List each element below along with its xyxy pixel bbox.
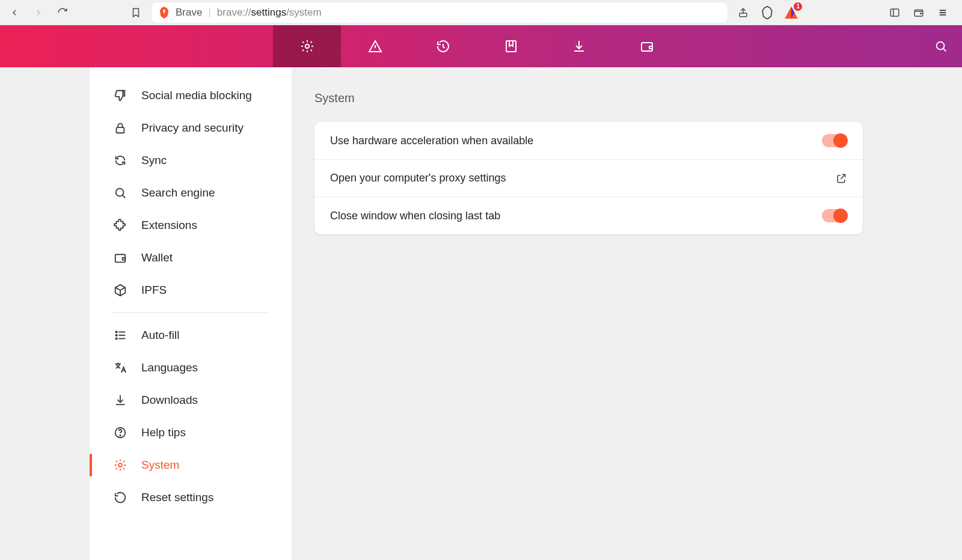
app-menu-button[interactable] — [934, 4, 951, 21]
lock-icon — [112, 120, 128, 136]
tab-settings[interactable] — [273, 25, 341, 67]
settings-tabstrip — [0, 25, 962, 67]
form-icon — [112, 327, 128, 343]
gear-icon — [112, 457, 128, 473]
browser-toolbar: Brave | brave://settings/system 1 — [0, 0, 962, 25]
sidebar-toggle-button[interactable] — [886, 4, 903, 21]
address-url: brave://settings/system — [217, 7, 322, 19]
puzzle-icon — [112, 218, 128, 233]
wallet-toolbar-button[interactable] — [910, 4, 927, 21]
reload-button[interactable] — [54, 4, 71, 21]
svg-point-9 — [116, 189, 124, 196]
thumbs-down-icon — [112, 88, 128, 103]
sync-icon — [112, 153, 128, 168]
brave-rewards-button[interactable]: 1 — [783, 4, 800, 21]
hardware-acceleration-toggle[interactable] — [822, 134, 847, 147]
sidebar-item-autofill[interactable]: Auto-fill — [90, 319, 292, 352]
tab-downloads[interactable] — [545, 25, 613, 67]
sidebar-item-label: Downloads — [141, 393, 198, 408]
sidebar-item-system[interactable]: System — [90, 449, 292, 481]
sidebar-item-downloads[interactable]: Downloads — [90, 384, 292, 416]
search-icon — [934, 40, 948, 53]
wallet-icon — [112, 250, 128, 266]
sidebar-item-social-media-blocking[interactable]: Social media blocking — [90, 79, 292, 112]
page-title: System — [314, 91, 962, 105]
sidebar-item-languages[interactable]: Languages — [90, 352, 292, 384]
reset-icon — [112, 490, 128, 505]
tab-wallet[interactable] — [613, 25, 681, 67]
address-bar[interactable]: Brave | brave://settings/system — [152, 2, 728, 23]
svg-point-3 — [921, 13, 922, 14]
bookmark-manager-icon — [504, 39, 518, 53]
svg-point-4 — [305, 44, 308, 48]
content-area: Social media blocking Privacy and securi… — [0, 67, 962, 560]
share-button[interactable] — [735, 4, 752, 21]
translate-icon — [112, 360, 128, 376]
external-link-icon — [835, 172, 847, 184]
sidebar-item-sync[interactable]: Sync — [90, 144, 292, 177]
close-window-toggle[interactable] — [822, 209, 847, 222]
sidebar-item-reset-settings[interactable]: Reset settings — [90, 481, 292, 514]
sidebar-item-label: Auto-fill — [141, 328, 179, 343]
svg-rect-5 — [506, 41, 516, 52]
svg-point-13 — [115, 338, 117, 339]
svg-rect-10 — [115, 255, 126, 263]
brave-icon — [159, 7, 170, 19]
settings-search-button[interactable] — [920, 25, 962, 67]
sidebar-item-label: Wallet — [141, 251, 173, 266]
setting-row-hardware-acceleration: Use hardware acceleration when available — [314, 122, 863, 160]
svg-rect-1 — [890, 9, 899, 16]
warning-icon — [368, 39, 382, 53]
svg-point-15 — [120, 435, 120, 436]
svg-point-7 — [937, 42, 945, 50]
address-bar-label: Brave — [176, 7, 202, 19]
sidebar-item-ipfs[interactable]: IPFS — [90, 274, 292, 306]
system-settings-card: Use hardware acceleration when available… — [314, 122, 863, 234]
sidebar-item-label: Languages — [141, 361, 198, 376]
back-button[interactable] — [6, 4, 23, 21]
gear-icon — [300, 39, 314, 53]
main-panel: System Use hardware acceleration when av… — [292, 67, 962, 560]
sidebar-area: Social media blocking Privacy and securi… — [0, 67, 292, 560]
history-icon — [436, 39, 450, 53]
tab-history[interactable] — [409, 25, 477, 67]
sidebar-divider — [112, 312, 269, 313]
search-icon — [112, 185, 128, 201]
sidebar-item-label: System — [141, 458, 179, 473]
download-icon — [572, 39, 586, 53]
rewards-badge: 1 — [794, 2, 802, 11]
sidebar-item-wallet[interactable]: Wallet — [90, 242, 292, 274]
setting-row-proxy-settings[interactable]: Open your computer's proxy settings — [314, 160, 863, 197]
setting-label: Close window when closing last tab — [330, 210, 500, 222]
setting-label: Open your computer's proxy settings — [330, 172, 506, 184]
sidebar-item-label: Help tips — [141, 425, 186, 440]
sidebar-item-privacy-security[interactable]: Privacy and security — [90, 112, 292, 144]
svg-point-12 — [115, 335, 117, 336]
sidebar-item-label: Social media blocking — [141, 88, 252, 103]
forward-button[interactable] — [30, 4, 47, 21]
setting-label: Use hardware acceleration when available — [330, 135, 533, 147]
sidebar-item-label: Reset settings — [141, 490, 213, 505]
settings-sidebar: Social media blocking Privacy and securi… — [90, 67, 292, 560]
wallet-icon — [640, 39, 654, 53]
svg-point-11 — [115, 331, 117, 332]
tab-bookmarks[interactable] — [477, 25, 545, 67]
sidebar-item-search-engine[interactable]: Search engine — [90, 177, 292, 209]
brave-shields-button[interactable] — [759, 4, 776, 21]
tab-shields[interactable] — [341, 25, 409, 67]
sidebar-item-help-tips[interactable]: Help tips — [90, 416, 292, 449]
sidebar-item-label: Search engine — [141, 186, 215, 201]
sidebar-item-label: Privacy and security — [141, 121, 244, 136]
svg-point-16 — [118, 463, 122, 467]
sidebar-item-label: Extensions — [141, 218, 197, 233]
sidebar-item-extensions[interactable]: Extensions — [90, 209, 292, 242]
sidebar-item-label: Sync — [141, 153, 167, 168]
cube-icon — [112, 282, 128, 298]
svg-rect-8 — [117, 127, 124, 133]
download-icon — [112, 392, 128, 408]
setting-row-close-window-last-tab: Close window when closing last tab — [314, 197, 863, 234]
sidebar-item-label: IPFS — [141, 283, 167, 298]
bookmark-this-button[interactable] — [127, 4, 144, 21]
help-icon — [112, 425, 128, 440]
